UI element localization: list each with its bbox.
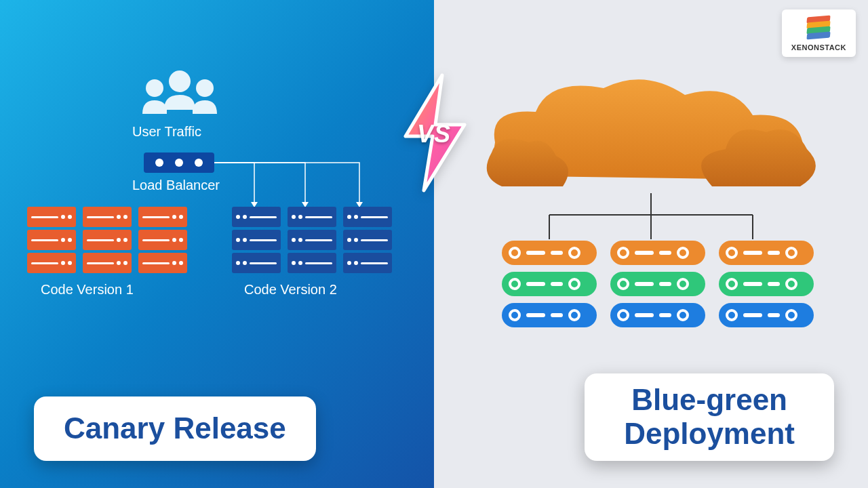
server-icon <box>27 207 76 273</box>
server-pill-icon <box>610 241 705 265</box>
right-title: Blue-green Deployment <box>585 373 834 461</box>
server-pill-icon <box>719 241 814 265</box>
server-stack-3 <box>719 241 814 327</box>
left-title: Canary Release <box>34 396 316 461</box>
server-icon <box>288 207 336 273</box>
users-icon <box>136 68 224 122</box>
svg-point-2 <box>196 79 214 97</box>
server-icon <box>138 207 187 273</box>
server-icon <box>343 207 392 273</box>
cloud-icon <box>481 75 821 197</box>
server-pill-icon <box>610 272 705 296</box>
server-pill-icon <box>502 241 597 265</box>
brand-badge: XENONSTACK <box>782 9 856 57</box>
server-stack-2 <box>610 241 705 327</box>
code-version-2-label: Code Version 2 <box>244 282 337 298</box>
load-balancer-icon <box>144 152 214 173</box>
server-icon <box>232 207 281 273</box>
server-group-v2 <box>232 207 392 273</box>
brand-logo-icon <box>806 16 831 42</box>
svg-point-1 <box>146 79 163 97</box>
vs-text: VS <box>417 120 451 148</box>
server-group-v1 <box>27 207 187 273</box>
vs-badge: VS <box>393 72 475 197</box>
server-pill-icon <box>502 272 597 296</box>
server-pill-icon <box>719 272 814 296</box>
user-traffic-label: User Traffic <box>132 124 201 140</box>
load-balancer-label: Load Balancer <box>132 178 220 193</box>
code-version-1-label: Code Version 1 <box>41 282 134 298</box>
server-pill-icon <box>610 303 705 327</box>
server-icon <box>83 207 132 273</box>
brand-name: XENONSTACK <box>791 43 846 52</box>
cloud-connector <box>502 193 800 247</box>
server-stack-1 <box>502 241 597 327</box>
svg-point-0 <box>169 70 191 92</box>
server-pill-icon <box>719 303 814 327</box>
server-pill-icon <box>502 303 597 327</box>
